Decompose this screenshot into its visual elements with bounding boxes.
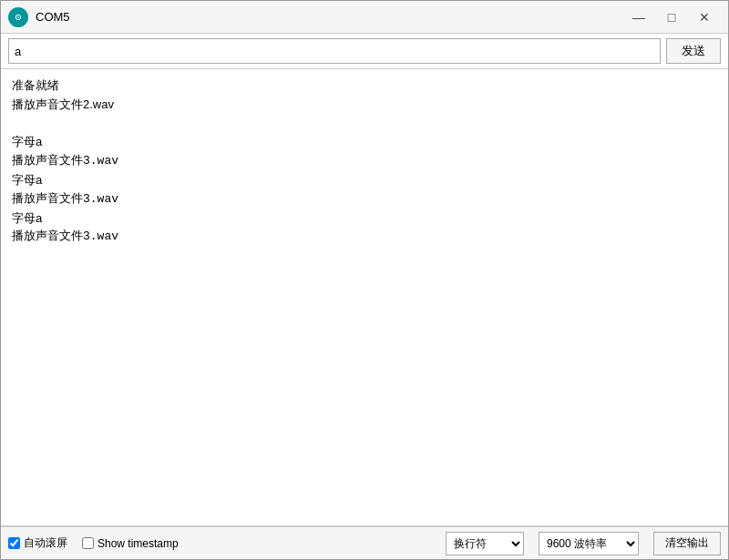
serial-input[interactable]	[8, 38, 661, 64]
output-line: 字母a	[12, 171, 717, 190]
auto-scroll-checkbox[interactable]	[8, 537, 20, 549]
output-line: 字母a	[12, 133, 717, 152]
output-line: 播放声音文件3.wav	[12, 152, 717, 171]
minimize-button[interactable]: —	[622, 5, 655, 30]
timestamp-checkbox[interactable]	[82, 537, 94, 549]
serial-monitor-window: ⊙ COM5 — □ ✕ 发送 准备就绪播放声音文件2.wav 字母a播放声音文…	[0, 0, 729, 560]
window-title: COM5	[36, 10, 622, 24]
serial-output-area: 准备就绪播放声音文件2.wav 字母a播放声音文件3.wav字母a播放声音文件3…	[1, 69, 728, 526]
timestamp-group: Show timestamp	[82, 537, 179, 550]
status-bar: 自动滚屏 Show timestamp 换行符无结尾换行回车+换行 9600 波…	[1, 526, 728, 559]
output-line: 字母a	[12, 209, 717, 229]
send-button[interactable]: 发送	[666, 38, 721, 64]
output-line: 播放声音文件3.wav	[12, 228, 717, 247]
auto-scroll-label[interactable]: 自动滚屏	[24, 535, 67, 551]
newline-group: 换行符无结尾换行回车+换行	[446, 532, 524, 555]
clear-button[interactable]: 清空输出	[653, 532, 721, 555]
timestamp-label[interactable]: Show timestamp	[98, 537, 179, 550]
output-line	[12, 115, 717, 134]
output-line: 播放声音文件2.wav	[12, 96, 717, 115]
output-line: 播放声音文件3.wav	[12, 190, 717, 209]
close-button[interactable]: ✕	[688, 5, 721, 30]
maximize-button[interactable]: □	[655, 5, 688, 30]
baudrate-group: 9600 波特率4800 波特率19200 波特率38400 波特率115200…	[539, 532, 639, 555]
newline-select[interactable]: 换行符无结尾换行回车+换行	[446, 532, 524, 555]
window-controls: — □ ✕	[622, 5, 721, 30]
input-toolbar: 发送	[1, 34, 728, 69]
title-bar: ⊙ COM5 — □ ✕	[1, 1, 728, 34]
baudrate-select[interactable]: 9600 波特率4800 波特率19200 波特率38400 波特率115200…	[539, 532, 639, 555]
output-line: 准备就绪	[12, 76, 717, 96]
auto-scroll-group: 自动滚屏	[8, 535, 67, 551]
app-icon: ⊙	[8, 7, 28, 27]
